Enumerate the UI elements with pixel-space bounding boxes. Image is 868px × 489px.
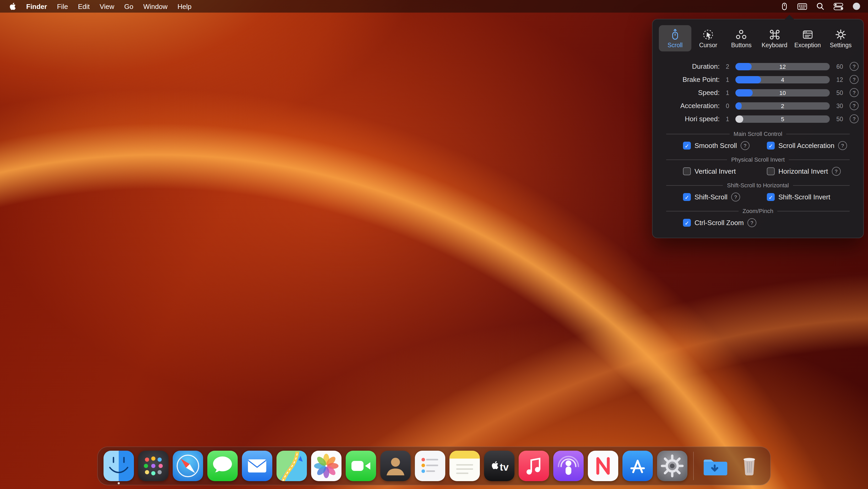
help-icon[interactable]: ? [832, 167, 840, 176]
help-icon[interactable]: ? [747, 218, 756, 227]
slider-max: 12 [833, 76, 846, 83]
dock-item-downloads[interactable] [700, 451, 730, 481]
dock-item-podcasts[interactable] [553, 451, 584, 481]
slider-track-hori-speed[interactable]: 5 [735, 115, 830, 122]
help-icon[interactable]: ? [731, 193, 740, 201]
systemsettings-icon [657, 451, 687, 481]
dock-item-launchpad[interactable] [138, 451, 168, 481]
section-title: Shift-Scroll to Horizontal [727, 182, 789, 189]
section-title: Zoom/Pinch [742, 208, 773, 214]
mos-mouse-icon[interactable] [780, 2, 788, 11]
help-icon[interactable]: ? [838, 141, 847, 150]
help-icon[interactable]: ? [850, 101, 859, 110]
dock-item-maps[interactable] [277, 451, 307, 481]
menubar-item-window[interactable]: Window [143, 2, 168, 10]
checkbox-ctrl-scroll-zoom[interactable]: ✓Ctrl-Scroll Zoom? [683, 218, 767, 227]
spotlight-search-icon[interactable] [816, 2, 825, 10]
help-icon[interactable]: ? [850, 114, 859, 123]
tab-settings[interactable]: Settings [825, 25, 857, 51]
tab-buttons[interactable]: Buttons [725, 25, 758, 51]
keyboard-viewer-icon[interactable] [797, 2, 807, 10]
tab-label: Keyboard [762, 42, 787, 48]
dock-item-reminders[interactable] [415, 451, 445, 481]
slider-value: 5 [735, 115, 830, 122]
menubar-item-go[interactable]: Go [124, 2, 133, 10]
checkbox-box[interactable]: ✓ [683, 193, 691, 201]
exception-tab-icon [802, 29, 813, 40]
tab-label: Settings [830, 42, 851, 48]
help-icon[interactable]: ? [850, 88, 859, 97]
scroll-tab-icon [669, 29, 681, 40]
dock-item-facetime[interactable] [346, 451, 376, 481]
appstore-icon [622, 451, 653, 481]
slider-label: Brake Point: [658, 76, 720, 83]
section-separator: Zoom/Pinch [653, 204, 863, 217]
dock-item-contacts[interactable] [380, 451, 411, 481]
slider-track-duration[interactable]: 12 [735, 63, 830, 70]
slider-track-speed[interactable]: 10 [735, 89, 830, 96]
checkbox-vertical-invert[interactable]: Vertical Invert [683, 167, 767, 175]
maps-icon [277, 451, 307, 481]
checkbox-label: Vertical Invert [694, 167, 736, 175]
dock-item-news[interactable] [588, 451, 618, 481]
menubar: Finder FileEditViewGoWindowHelp [0, 0, 868, 12]
slider-track-acceleration[interactable]: 2 [735, 102, 830, 109]
checkbox-box[interactable]: ✓ [767, 142, 775, 149]
menubar-item-edit[interactable]: Edit [78, 2, 90, 10]
checkbox-box[interactable] [767, 167, 775, 175]
section-separator: Physical Scroll Invert [653, 152, 863, 166]
desktop: Finder FileEditViewGoWindowHelp ScrollCu… [0, 0, 868, 489]
dock-item-music[interactable] [519, 451, 549, 481]
help-icon[interactable]: ? [850, 75, 859, 84]
menubar-item-file[interactable]: File [57, 2, 68, 10]
dock-item-trash[interactable] [734, 451, 765, 481]
active-app-name[interactable]: Finder [26, 2, 47, 10]
dock: tv [97, 447, 771, 485]
checkbox-box[interactable] [683, 167, 691, 175]
control-center-icon[interactable] [833, 2, 843, 10]
menubar-status [780, 2, 861, 11]
tab-exception[interactable]: Exception [792, 25, 824, 51]
menubar-item-help[interactable]: Help [178, 2, 192, 10]
apple-menu-icon[interactable] [9, 2, 16, 10]
tab-cursor[interactable]: Cursor [692, 25, 724, 51]
siri-icon[interactable] [852, 2, 861, 10]
dock-item-mail[interactable] [242, 451, 272, 481]
checkbox-scroll-acceleration[interactable]: ✓Scroll Acceleration? [767, 141, 857, 150]
checkbox-smooth-scroll[interactable]: ✓Smooth Scroll? [683, 141, 767, 150]
appletv-icon: tv [484, 451, 515, 481]
slider-track-brake-point[interactable]: 4 [735, 76, 830, 83]
checkbox-horizontal-invert[interactable]: Horizontal Invert? [767, 167, 857, 176]
checkbox-label: Scroll Acceleration [778, 142, 834, 149]
dock-item-messages[interactable] [207, 451, 238, 481]
dock-item-notes[interactable] [450, 451, 480, 481]
dock-item-finder[interactable] [103, 451, 134, 481]
separator-line [778, 211, 850, 211]
dock-item-systemsettings[interactable] [657, 451, 687, 481]
checkbox-box[interactable]: ✓ [683, 142, 691, 149]
slider-max: 50 [833, 89, 846, 96]
checkbox-box[interactable]: ✓ [683, 219, 691, 227]
slider-min: 1 [723, 116, 732, 122]
dock-item-safari[interactable] [173, 451, 203, 481]
slider-value: 12 [735, 63, 830, 70]
dock-item-appletv[interactable]: tv [484, 451, 515, 481]
help-icon[interactable]: ? [850, 62, 859, 71]
help-icon[interactable]: ? [741, 141, 749, 150]
tab-scroll[interactable]: Scroll [659, 25, 691, 51]
section-separator: Main Scroll Control [653, 126, 863, 140]
slider-min: 2 [723, 63, 732, 69]
dock-item-photos[interactable] [311, 451, 341, 481]
checkbox-box[interactable]: ✓ [767, 193, 775, 201]
dock-item-appstore[interactable] [622, 451, 653, 481]
checkbox-shift-scroll[interactable]: ✓Shift-Scroll? [683, 193, 767, 201]
section-title: Physical Scroll Invert [731, 156, 785, 163]
dock-separator [693, 452, 694, 480]
checkbox-label: Ctrl-Scroll Zoom [694, 219, 744, 227]
slider-label: Speed: [658, 89, 720, 96]
slider-label: Acceleration: [658, 102, 720, 110]
slider-max: 60 [833, 63, 846, 69]
checkbox-shift-scroll-invert[interactable]: ✓Shift-Scroll Invert [767, 193, 857, 201]
menubar-item-view[interactable]: View [100, 2, 114, 10]
tab-keyboard[interactable]: Keyboard [758, 25, 791, 51]
